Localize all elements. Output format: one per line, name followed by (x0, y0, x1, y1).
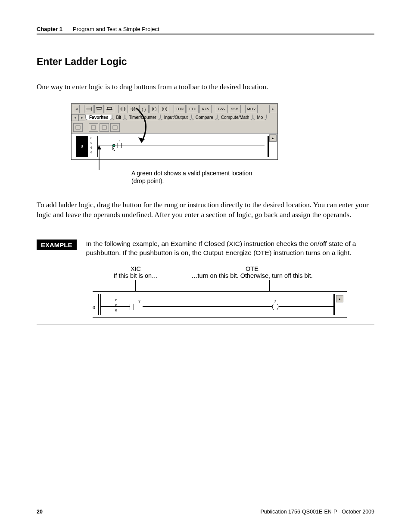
xic-instruction[interactable] (130, 304, 134, 310)
svg-point-21 (112, 144, 115, 147)
svg-rect-19 (102, 126, 106, 129)
instr-btn-ctu[interactable]: CTU (187, 105, 199, 113)
example-label: EXAMPLE (37, 240, 77, 250)
ote-title: OTE (179, 265, 325, 272)
ex-wire-3 (279, 306, 334, 307)
example-text: In the following example, an Examine If … (86, 240, 374, 258)
edit-btn-2[interactable] (89, 123, 98, 132)
instr-btn-branch[interactable] (94, 105, 104, 113)
ote-operand[interactable]: ? (274, 299, 276, 304)
ladder-area[interactable]: 0 e e e e ▴ ? (72, 133, 277, 159)
instr-btn-res[interactable]: RES (199, 105, 212, 113)
svg-text:( ): ( ) (142, 107, 146, 112)
tab-more[interactable]: Mo (253, 115, 267, 120)
svg-rect-3 (97, 107, 101, 109)
ex-right-rail (333, 294, 335, 315)
ex-left-rail-inner (100, 294, 101, 315)
rung-number: 0 (76, 136, 88, 157)
tab-input-output[interactable]: Input/Output (160, 115, 192, 120)
edit-btn-3[interactable] (100, 123, 109, 132)
svg-rect-17 (76, 126, 80, 129)
right-rail (268, 136, 269, 157)
page-number: 20 (37, 509, 43, 515)
instr-btn-rung[interactable] (84, 105, 93, 113)
instr-btn-gsv[interactable]: GSV (216, 105, 228, 113)
figure-caption-line1: A green dot shows a valid placement loca… (131, 169, 374, 177)
tab-compute-math[interactable]: Compute/Math (217, 115, 253, 120)
instr-btn-otl[interactable]: (L) (149, 105, 159, 113)
header-rule (37, 34, 374, 34)
chapter-label: Chapter 1 (37, 26, 62, 32)
ex-scroll-up-icon[interactable]: ▴ (336, 295, 343, 302)
publication-id: Publication 1756-QS001E-EN-P - October 2… (260, 509, 374, 515)
toolbar-scroll-left[interactable]: ◂ (73, 105, 80, 113)
tab-favorites[interactable]: Favorites (85, 115, 112, 120)
pointer-xic (135, 280, 136, 291)
ladder-toolbar-figure: ◂ ( ) (L) (U) TON CTU RES GSV SSV MOV (71, 103, 278, 160)
ex-wire-2 (143, 306, 272, 307)
ote-instruction[interactable] (272, 304, 279, 310)
body-paragraph-2: To add ladder logic, drag the button for… (37, 200, 374, 220)
svg-rect-20 (113, 126, 117, 129)
edit-btn-1[interactable] (73, 123, 83, 132)
rung-edit-markers: e e e e (90, 135, 92, 154)
ex-wire-1 (101, 306, 130, 307)
tab-timer-counter[interactable]: Timer/Counter (125, 115, 160, 120)
scroll-up-icon[interactable]: ▴ (269, 134, 277, 142)
pointer-ote (269, 280, 270, 291)
xic-title: XIC (93, 265, 179, 272)
xic-sub: If this bit is on… (93, 272, 179, 279)
example-block: EXAMPLE In the following example, an Exa… (37, 235, 374, 324)
instr-btn-ote[interactable]: ( ) (139, 105, 149, 113)
chapter-title: Program and Test a Simple Project (73, 26, 159, 32)
ex-rung-number: 0 (93, 305, 95, 311)
ex-left-rail-outer (98, 294, 99, 315)
section-heading: Enter Ladder Logic (37, 56, 374, 68)
instr-btn-xio[interactable] (129, 105, 138, 113)
ote-sub: …turn on this bit. Otherwise, turn off t… (179, 272, 325, 279)
tab-scroll-left[interactable]: ◂ (72, 114, 78, 121)
instr-btn-mov[interactable]: MOV (245, 105, 258, 113)
instr-btn-xic[interactable] (118, 105, 128, 113)
caption-pointer-arrow (96, 145, 102, 170)
tab-bit[interactable]: Bit (112, 115, 125, 120)
tab-compare[interactable]: Compare (192, 115, 217, 120)
instr-btn-ton[interactable]: TON (174, 105, 186, 113)
ex-edit-markers: e e e (115, 297, 117, 312)
toolbar-scroll-right[interactable]: ▸ (269, 105, 276, 113)
edit-btn-4[interactable] (110, 123, 120, 132)
instr-btn-branch2[interactable] (105, 105, 114, 113)
instr-btn-otu[interactable]: (U) (160, 105, 169, 113)
example-rung: 0 e e e ? ? ▴ (93, 291, 347, 318)
tab-scroll-right[interactable]: ▸ (78, 114, 85, 121)
svg-text:?: ? (118, 140, 120, 143)
instr-btn-ssv[interactable]: SSV (229, 105, 241, 113)
xic-operand[interactable]: ? (138, 299, 140, 304)
svg-rect-5 (107, 107, 112, 109)
svg-rect-18 (91, 126, 96, 129)
intro-paragraph: One way to enter logic is to drag button… (37, 82, 374, 92)
figure-caption-line2: (drop point). (131, 177, 374, 185)
drop-target: ? (111, 140, 124, 152)
